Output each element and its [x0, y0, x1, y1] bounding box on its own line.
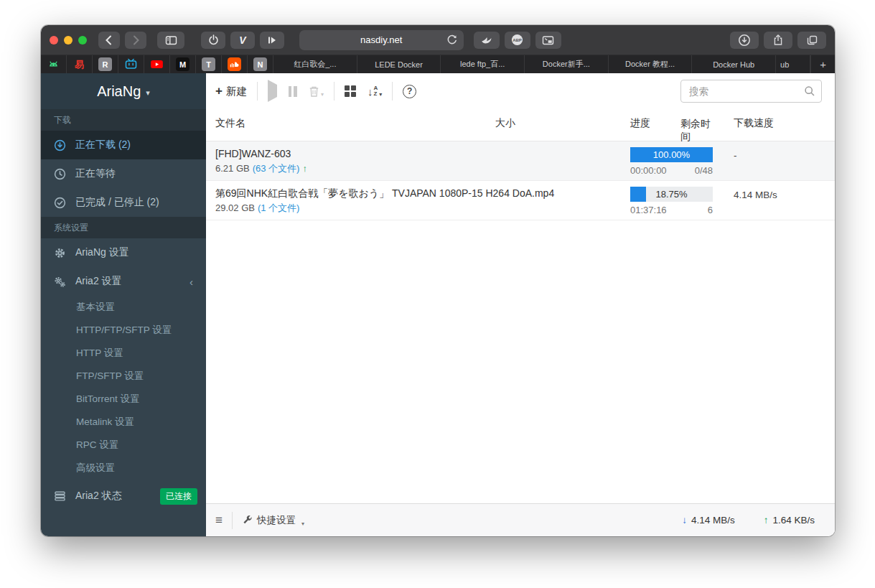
sidebar-subitem[interactable]: BitTorrent 设置	[41, 388, 206, 411]
sort-alpha-icon: ↓ AZ	[368, 85, 378, 98]
sidebar-subitem[interactable]: HTTP 设置	[41, 342, 206, 365]
svg-text:ABP: ABP	[513, 38, 522, 42]
task-files-link[interactable]: (1 个文件)	[258, 201, 300, 215]
extension-pip-button[interactable]	[535, 32, 561, 49]
tab-bar: 易 R M T N 红白歌会_... LEDE Docker lede ftp_…	[41, 55, 835, 73]
sidebar-item-aria2-status[interactable]: Aria2 状态 已连接	[41, 481, 206, 511]
play-bar-icon	[266, 34, 278, 46]
address-bar[interactable]: nasdiy.net	[299, 30, 464, 50]
download-circle-icon	[738, 34, 751, 47]
task-files-link[interactable]: (63 个文件)	[253, 162, 300, 176]
quick-settings-button[interactable]: 快捷设置 ▾	[242, 514, 304, 527]
minimize-window-button[interactable]	[64, 36, 72, 45]
chevron-left-icon: ‹	[189, 276, 193, 288]
server-icon	[54, 490, 66, 502]
pinned-tab-t-site[interactable]: T	[196, 55, 222, 73]
sidebar-subitem[interactable]: 基本设置	[41, 296, 206, 319]
new-task-button[interactable]: + 新建	[215, 84, 247, 98]
sidebar-item-label: 正在下载 (2)	[75, 139, 131, 151]
sidebar-item[interactable]: AriaNg 设置 ‹	[41, 238, 206, 267]
sidebar-item[interactable]: 正在下载 (2) ‹	[41, 131, 206, 159]
bilibili-favicon-icon	[124, 57, 138, 71]
view-mode-button[interactable]	[345, 85, 356, 97]
tab-overview-button[interactable]	[797, 32, 826, 49]
pinned-tab-n-site[interactable]: N	[248, 55, 273, 73]
sidebar-subitem[interactable]: RPC 设置	[41, 434, 206, 457]
sort-button[interactable]: ↓ AZ ▾	[368, 85, 382, 98]
tab-title: Docker Hub	[713, 60, 754, 69]
new-tab-button[interactable]: +	[810, 55, 835, 73]
n-site-favicon-icon: N	[253, 57, 267, 71]
extension-pip-play-button[interactable]	[260, 32, 284, 49]
reload-button[interactable]	[446, 34, 458, 49]
sidebar-icon	[165, 34, 177, 46]
power-icon	[207, 34, 220, 46]
sidebar-item[interactable]: 正在等待 ‹	[41, 159, 206, 188]
browser-tab[interactable]: lede ftp_百...	[441, 55, 525, 73]
task-remaining-time: 01:37:16	[630, 205, 667, 215]
back-button[interactable]	[98, 32, 120, 49]
search-input[interactable]	[680, 80, 822, 103]
pause-icon	[289, 86, 297, 97]
youtube-favicon-icon	[150, 57, 164, 71]
section-header-download: 下载	[41, 109, 206, 131]
extension-bird-button[interactable]	[474, 32, 500, 49]
caret-down-icon: ▾	[146, 85, 150, 98]
start-task-button[interactable]	[268, 85, 277, 98]
extension-adblock-button[interactable]: ABP	[505, 32, 530, 49]
wrench-icon	[242, 515, 253, 526]
sidebar-subitem-label: 高级设置	[76, 462, 115, 473]
pinned-tab-netease[interactable]: 易	[67, 55, 93, 73]
sidebar-item-label: Aria2 状态	[75, 490, 122, 503]
column-header-progress: 进度	[630, 117, 680, 143]
close-window-button[interactable]	[50, 36, 58, 45]
task-row[interactable]: [FHD]WANZ-603 6.21 GB (63 个文件) ↑ 100.00%	[206, 141, 835, 181]
pinned-tab-soundcloud[interactable]	[222, 55, 248, 73]
task-peers: 0/48	[695, 165, 713, 176]
sidebar-subitem[interactable]: HTTP/FTP/SFTP 设置	[41, 319, 206, 342]
browser-tab[interactable]: Docker 教程...	[609, 55, 693, 73]
app-logo[interactable]: AriaNg ▾	[41, 73, 206, 109]
extension-v-button[interactable]: V	[230, 32, 255, 49]
zoom-window-button[interactable]	[78, 36, 87, 45]
browser-tab[interactable]: Docker新手...	[525, 55, 609, 73]
pinned-tab-bilibili[interactable]	[118, 55, 144, 73]
browser-tab[interactable]: Docker Hub	[692, 55, 776, 73]
m-site-favicon-icon: M	[176, 57, 189, 71]
browser-tab[interactable]: LEDE Docker	[357, 55, 441, 73]
extension-power-button[interactable]	[201, 32, 225, 49]
sidebar-subitem[interactable]: Metalink 设置	[41, 411, 206, 434]
share-button[interactable]	[764, 32, 792, 49]
reload-icon	[446, 34, 458, 46]
clock-icon	[54, 168, 66, 180]
task-list-menu-button[interactable]: ≡	[215, 513, 223, 528]
android-favicon-icon	[47, 57, 60, 71]
task-row[interactable]: 第69回NHK紅白歌合戦「夢を歌おう」 TVJAPAN 1080P-15 H26…	[206, 181, 835, 220]
sidebar-item[interactable]: 已完成 / 已停止 (2) ‹	[41, 188, 206, 217]
pause-task-button[interactable]	[289, 86, 297, 97]
play-icon	[268, 80, 277, 102]
sidebar-subitem-label: HTTP/FTP/SFTP 设置	[76, 325, 172, 335]
sidebar-item[interactable]: Aria2 设置 ‹	[41, 267, 206, 296]
download-arrow-icon: ↓	[682, 515, 687, 526]
upload-arrow-icon: ↑	[302, 162, 307, 176]
task-list: [FHD]WANZ-603 6.21 GB (63 个文件) ↑ 100.00%	[206, 141, 835, 220]
browser-tab[interactable]: 红白歌会_...	[273, 55, 357, 73]
plus-icon: +	[215, 84, 223, 98]
help-button[interactable]: ?	[403, 85, 416, 98]
pinned-tab-m-site[interactable]: M	[170, 55, 196, 73]
sidebar-toggle-button[interactable]	[157, 32, 184, 49]
tabs-icon	[806, 34, 818, 46]
app-title: AriaNg	[97, 83, 141, 100]
caret-down-icon: ▾	[301, 521, 304, 527]
pinned-tab-r-site[interactable]: R	[93, 55, 118, 73]
pinned-tab-android[interactable]	[41, 55, 67, 73]
forward-button[interactable]	[125, 32, 146, 49]
sidebar-subitem[interactable]: FTP/SFTP 设置	[41, 365, 206, 388]
sidebar-subitem[interactable]: 高级设置	[41, 457, 206, 480]
pinned-tab-youtube[interactable]	[144, 55, 170, 73]
browser-tab[interactable]: ub	[776, 55, 810, 73]
download-circle-icon	[54, 139, 66, 151]
downloads-button[interactable]	[730, 32, 759, 49]
delete-task-button[interactable]: ▾	[309, 85, 324, 98]
